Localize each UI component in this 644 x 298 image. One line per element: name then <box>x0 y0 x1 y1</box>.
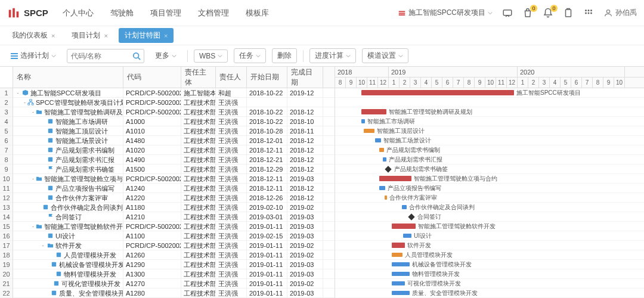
row-number[interactable]: 1 <box>0 88 13 98</box>
row-number[interactable]: 15 <box>0 222 13 231</box>
gantt-bar[interactable] <box>402 205 407 209</box>
close-icon[interactable]: × <box>104 32 107 39</box>
table-row[interactable]: 智能施工市场调研A1000工程技术部王洪强2018-10-222018-10 <box>13 117 335 126</box>
table-row[interactable]: -智能施工管理驾驶舱调研及规划PCRD/CP-50020021工程技术部王洪强2… <box>13 107 335 117</box>
gantt-bar[interactable] <box>392 281 405 285</box>
gantt-row[interactable]: 智能施工管理驾驶舱立项与合约 <box>335 174 644 184</box>
gantt-row[interactable]: 合同签订 <box>335 212 644 222</box>
row-number[interactable]: 21 <box>0 279 13 288</box>
table-row[interactable]: 智能施工顶层设计A1010工程技术部王洪强2018-10-282018-11 <box>13 126 335 136</box>
user-menu[interactable]: 孙伯禹 <box>603 8 637 18</box>
gantt-row[interactable]: 产品规划需求书汇报 <box>335 155 644 164</box>
gantt-bar[interactable] <box>392 253 402 257</box>
row-number[interactable]: 20 <box>0 269 13 279</box>
table-row[interactable]: 智能施工场景设计A1480工程技术部王洪强2018-12-012018-12 <box>13 136 335 145</box>
row-number[interactable]: 17 <box>0 241 13 250</box>
expand-icon[interactable]: - <box>32 107 34 116</box>
milestone-icon[interactable] <box>408 213 414 220</box>
gantt-row[interactable]: 智能施工场景设计 <box>335 136 644 145</box>
gantt-row[interactable]: 合作伙伴方案评审 <box>335 193 644 203</box>
gantt-row[interactable]: 可视化管理模块开发 <box>335 279 644 288</box>
nav-item[interactable]: 模板库 <box>246 8 269 18</box>
row-number[interactable]: 6 <box>0 136 13 145</box>
gantt-panel[interactable]: 201820192020 891011121234567891011121234… <box>335 67 644 298</box>
col-end[interactable]: 完成日期 <box>287 67 323 88</box>
gantt-bar[interactable] <box>361 119 365 123</box>
row-number[interactable]: 10 <box>0 174 13 184</box>
row-number[interactable]: 16 <box>0 231 13 241</box>
tab[interactable]: 我的仪表板× <box>6 28 61 43</box>
expand-icon[interactable]: - <box>24 98 26 107</box>
table-row[interactable]: 合作伙伴方案评审A1220工程技术部王洪强2018-12-262018-12 <box>13 193 335 203</box>
wbs-button[interactable]: WBS <box>194 49 228 63</box>
row-number[interactable]: 3 <box>0 107 13 117</box>
table-row[interactable]: -软件开发PCRD/CP-50020021工程技术部王洪强2019-01-112… <box>13 241 335 250</box>
gantt-bar[interactable] <box>361 109 386 114</box>
table-row[interactable]: 产品立项报告书编写A1240工程技术部王洪强2018-12-112018-12 <box>13 184 335 193</box>
table-row[interactable]: 产品规划需求书编制A1020工程技术部王洪强2018-12-112018-12 <box>13 145 335 155</box>
row-number[interactable]: 4 <box>0 117 13 126</box>
gantt-bar[interactable] <box>361 90 514 95</box>
table-row[interactable]: 质量、安全管理模块开发A1280工程技术部王洪强2019-01-112019-0… <box>13 288 335 298</box>
gantt-row[interactable]: 质量、安全管理模块开发 <box>335 288 644 298</box>
table-row[interactable]: 产品规划需求书汇报A1490工程技术部王洪强2018-12-212018-12 <box>13 155 335 164</box>
gantt-row[interactable] <box>335 98 644 107</box>
apps-icon[interactable] <box>583 8 594 18</box>
gantt-body[interactable]: 施工智能SPCC研发项目智能施工管理驾驶舱调研及规划智能施工市场调研智能施工顶层… <box>335 88 644 298</box>
gantt-bar[interactable] <box>379 148 384 152</box>
gantt-row[interactable]: 物料管理模块开发 <box>335 269 644 279</box>
table-row[interactable]: UI设计A1100工程技术部王洪强2019-02-152019-03 <box>13 231 335 241</box>
row-number[interactable]: 13 <box>0 203 13 212</box>
expand-icon[interactable]: - <box>32 222 34 231</box>
nav-item[interactable]: 驾驶舱 <box>110 8 134 18</box>
gantt-row[interactable]: 机械设备管理模块开发 <box>335 260 644 269</box>
table-row[interactable]: -SPCC管理驾驶舱研发项目计划PCRD/CP-50020021工程技术部王洪强 <box>13 98 335 107</box>
table-row[interactable]: -智能施工管理驾驶舱软件开发PCRD/CP-50020021工程技术部王洪强20… <box>13 222 335 231</box>
close-icon[interactable]: × <box>164 32 168 39</box>
table-row[interactable]: 机械设备管理模块开发A1290工程技术部王洪强2019-01-112019-03 <box>13 260 335 269</box>
progress-button[interactable]: 进度计算 <box>309 48 356 63</box>
gantt-bar[interactable] <box>364 129 374 133</box>
row-number[interactable]: 8 <box>0 155 13 164</box>
table-row[interactable]: 可视化管理模块开发A1270工程技术部王洪强2019-01-112019-02 <box>13 279 335 288</box>
project-selector[interactable]: 施工智能SPCC研发项目 <box>398 8 493 18</box>
row-number[interactable]: 19 <box>0 260 13 269</box>
row-number[interactable]: 9 <box>0 164 13 174</box>
gantt-bar[interactable] <box>392 262 410 266</box>
row-number[interactable]: 18 <box>0 250 13 260</box>
chat-icon[interactable] <box>502 8 513 18</box>
table-row[interactable]: 人员管理模块开发A1260工程技术部王洪强2019-01-112019-02 <box>13 250 335 260</box>
gantt-bar[interactable] <box>392 272 410 276</box>
more-button[interactable]: 更多 <box>150 49 181 63</box>
gantt-row[interactable]: UI设计 <box>335 231 644 241</box>
close-icon[interactable]: × <box>51 32 55 39</box>
grid-body[interactable]: -施工智能SPCC研发项目PCRD/CP-50020021施工智能本部和超201… <box>13 88 335 298</box>
clipboard-icon[interactable] <box>563 8 574 18</box>
gantt-bar[interactable] <box>383 157 386 162</box>
gantt-row[interactable]: 人员管理模块开发 <box>335 250 644 260</box>
gantt-bar[interactable] <box>375 138 381 142</box>
row-number[interactable]: 22 <box>0 288 13 298</box>
gantt-row[interactable]: 智能施工管理驾驶舱软件开发 <box>335 222 644 231</box>
table-row[interactable]: 合作伙伴确定及合同谈判A1180工程技术部王洪强2019-02-102019-0… <box>13 203 335 212</box>
gantt-row[interactable]: 产品立项报告书编写 <box>335 184 644 193</box>
row-number[interactable]: 11 <box>0 184 13 193</box>
task-button[interactable]: 任务 <box>234 48 266 63</box>
col-resp[interactable]: 责任人 <box>216 67 247 88</box>
col-name[interactable]: 名称 <box>13 67 123 88</box>
gantt-bar[interactable] <box>392 291 410 295</box>
search-icon[interactable] <box>132 52 141 60</box>
gantt-bar[interactable] <box>379 176 411 181</box>
gantt-row[interactable]: 施工智能SPCC研发项目 <box>335 88 644 98</box>
col-dept[interactable]: 责任主体 <box>181 67 216 88</box>
bag-icon[interactable]: 0 <box>522 8 533 18</box>
delete-button[interactable]: 删除 <box>272 48 297 63</box>
gantt-row[interactable]: 智能施工管理驾驶舱调研及规划 <box>335 107 644 117</box>
bell-icon[interactable]: 0 <box>543 8 553 18</box>
gantt-bar[interactable] <box>385 195 387 200</box>
settings-button[interactable]: 横道设置 <box>362 48 408 63</box>
row-number[interactable]: 2 <box>0 98 13 107</box>
gantt-row[interactable]: 合作伙伴确定及合同谈判 <box>335 203 644 212</box>
col-start[interactable]: 开始日期 <box>247 67 287 88</box>
select-plan-button[interactable]: 选择计划 <box>6 49 61 63</box>
